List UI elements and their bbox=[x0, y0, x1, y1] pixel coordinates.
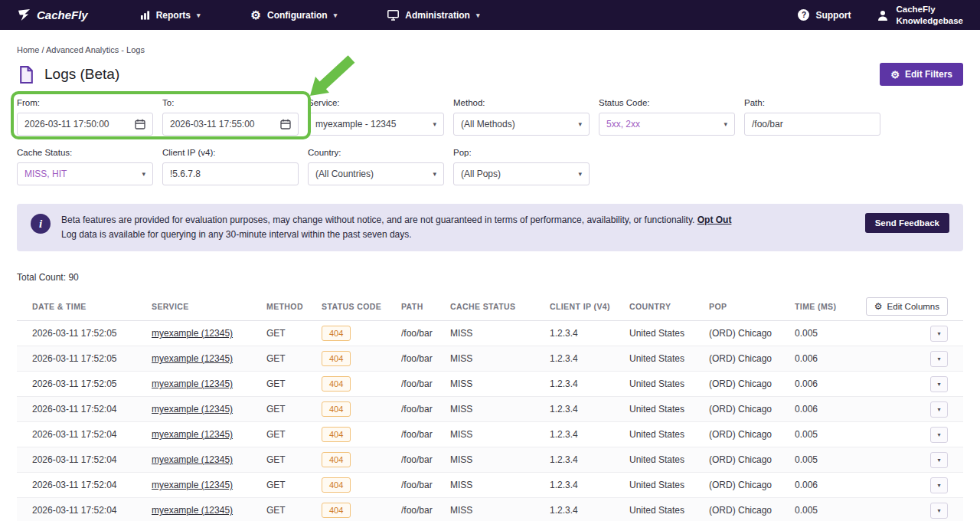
chevron-down-icon: ▾ bbox=[724, 120, 727, 128]
service-link[interactable]: myexample (12345) bbox=[152, 505, 233, 516]
service-link[interactable]: myexample (12345) bbox=[152, 378, 233, 389]
column-header-datetime: DATE & TIME bbox=[32, 302, 152, 311]
cell-client-ip: 1.2.3.4 bbox=[550, 505, 629, 516]
row-expand-button[interactable]: ▾ bbox=[930, 452, 948, 468]
send-feedback-button[interactable]: Send Feedback bbox=[865, 213, 949, 233]
banner-line2: Log data is available for querying in an… bbox=[61, 228, 731, 242]
cell-status-code: 404 bbox=[322, 351, 401, 366]
cell-method: GET bbox=[266, 353, 322, 364]
cell-status-code: 404 bbox=[322, 452, 401, 467]
banner-line1: Beta features are provided for evaluatio… bbox=[61, 215, 694, 225]
cell-method: GET bbox=[266, 429, 322, 440]
status-badge: 404 bbox=[322, 452, 351, 467]
row-expand-button[interactable]: ▾ bbox=[930, 477, 948, 493]
service-select[interactable]: myexample - 12345 ▾ bbox=[308, 113, 444, 136]
opt-out-link[interactable]: Opt Out bbox=[697, 215, 732, 225]
column-header-cache-status: CACHE STATUS bbox=[450, 302, 550, 311]
cell-method: GET bbox=[266, 378, 322, 389]
row-expand-button[interactable]: ▾ bbox=[930, 503, 948, 519]
filter-to-label: To: bbox=[162, 98, 299, 107]
cell-time-ms: 0.005 bbox=[795, 328, 864, 339]
status-code-select[interactable]: 5xx, 2xx ▾ bbox=[599, 113, 735, 136]
filter-cache-status: Cache Status: MISS, HIT ▾ bbox=[17, 148, 153, 185]
cell-cache-status: MISS bbox=[450, 378, 550, 389]
edit-columns-button[interactable]: ⚙ Edit Columns bbox=[866, 297, 948, 316]
cell-method: GET bbox=[266, 505, 322, 516]
row-expand-button[interactable]: ▾ bbox=[930, 326, 948, 342]
service-link[interactable]: myexample (12345) bbox=[152, 353, 233, 364]
service-link[interactable]: myexample (12345) bbox=[152, 454, 233, 465]
cell-pop: (ORD) Chicago bbox=[709, 454, 795, 465]
knowledgebase-link[interactable]: CacheFly Knowledgebase bbox=[877, 4, 963, 27]
cell-datetime: 2026-03-11 17:52:04 bbox=[32, 454, 152, 465]
table-row: 2026-03-11 17:52:04myexample (12345)GET4… bbox=[17, 422, 963, 447]
cell-client-ip: 1.2.3.4 bbox=[550, 429, 629, 440]
service-link[interactable]: myexample (12345) bbox=[152, 429, 233, 440]
chevron-down-icon: ▾ bbox=[578, 170, 582, 178]
filter-pop-label: Pop: bbox=[453, 148, 590, 157]
cell-actions: ▾ bbox=[930, 503, 948, 519]
column-header-country: COUNTRY bbox=[629, 302, 709, 311]
breadcrumb-current: Advanced Analytics - Logs bbox=[46, 45, 145, 54]
client-ip-input[interactable]: !5.6.7.8 bbox=[162, 162, 299, 185]
cell-actions: ▾ bbox=[930, 452, 948, 468]
total-count-value: 90 bbox=[68, 272, 78, 283]
to-date-input[interactable]: 2026-03-11 17:55:00 bbox=[162, 113, 299, 136]
breadcrumb-home[interactable]: Home bbox=[17, 45, 39, 54]
service-link[interactable]: myexample (12345) bbox=[152, 480, 233, 490]
page-title: Logs (Beta) bbox=[44, 66, 119, 83]
service-link[interactable]: myexample (12345) bbox=[152, 404, 233, 415]
filter-service-label: Service: bbox=[308, 98, 444, 107]
cell-cache-status: MISS bbox=[450, 429, 550, 440]
cell-cache-status: MISS bbox=[450, 328, 550, 339]
pop-select-value: (All Pops) bbox=[461, 169, 501, 179]
top-navbar: CacheFly Reports ▾ ⚙ Configuration ▾ Adm… bbox=[0, 0, 980, 30]
table-row: 2026-03-11 17:52:04myexample (12345)GET4… bbox=[17, 498, 963, 521]
gear-icon: ⚙ bbox=[874, 302, 883, 311]
nav-menu-label: Administration bbox=[405, 10, 470, 21]
filters-row-2: Cache Status: MISS, HIT ▾ Client IP (v4)… bbox=[0, 136, 980, 185]
service-link[interactable]: myexample (12345) bbox=[152, 328, 233, 339]
method-select[interactable]: (All Methods) ▾ bbox=[453, 113, 590, 136]
country-select[interactable]: (All Countries) ▾ bbox=[308, 162, 444, 185]
row-expand-button[interactable]: ▾ bbox=[930, 351, 948, 367]
cell-client-ip: 1.2.3.4 bbox=[550, 378, 629, 389]
cell-actions: ▾ bbox=[930, 401, 948, 418]
cell-pop: (ORD) Chicago bbox=[709, 404, 795, 415]
breadcrumb: Home / Advanced Analytics - Logs bbox=[0, 30, 980, 54]
table-row: 2026-03-11 17:52:05myexample (12345)GET4… bbox=[17, 372, 963, 397]
column-header-service: SERVICE bbox=[152, 302, 266, 311]
pop-select[interactable]: (All Pops) ▾ bbox=[453, 162, 590, 185]
calendar-icon bbox=[135, 119, 145, 129]
row-expand-button[interactable]: ▾ bbox=[930, 376, 948, 392]
nav-menu-administration[interactable]: Administration ▾ bbox=[387, 10, 479, 21]
cell-service: myexample (12345) bbox=[152, 505, 266, 516]
row-expand-button[interactable]: ▾ bbox=[930, 427, 948, 443]
support-link[interactable]: ? Support bbox=[798, 9, 851, 21]
cell-service: myexample (12345) bbox=[152, 353, 266, 364]
edit-filters-label: Edit Filters bbox=[905, 69, 952, 80]
status-badge: 404 bbox=[322, 326, 351, 341]
filter-pop: Pop: (All Pops) ▾ bbox=[453, 148, 590, 185]
cell-country: United States bbox=[629, 429, 709, 440]
filter-method: Method: (All Methods) ▾ bbox=[453, 98, 590, 136]
client-ip-input-value: !5.6.7.8 bbox=[170, 169, 201, 179]
nav-menu-reports[interactable]: Reports ▾ bbox=[140, 10, 201, 21]
filter-method-label: Method: bbox=[453, 98, 590, 107]
cachefly-logo[interactable]: CacheFly bbox=[17, 8, 88, 21]
brand-name: CacheFly bbox=[37, 8, 88, 21]
cache-status-select[interactable]: MISS, HIT ▾ bbox=[17, 162, 153, 185]
filter-path: Path: /foo/bar bbox=[744, 98, 880, 136]
nav-menu-configuration[interactable]: ⚙ Configuration ▾ bbox=[251, 9, 338, 21]
cell-datetime: 2026-03-11 17:52:04 bbox=[32, 429, 152, 440]
cell-service: myexample (12345) bbox=[152, 480, 266, 490]
cell-country: United States bbox=[629, 404, 709, 415]
edit-filters-button[interactable]: ⚙ Edit Filters bbox=[880, 63, 963, 86]
path-input[interactable]: /foo/bar bbox=[744, 113, 880, 136]
from-date-input[interactable]: 2026-03-11 17:50:00 bbox=[17, 113, 153, 136]
bar-chart-icon bbox=[140, 11, 150, 20]
row-expand-button[interactable]: ▾ bbox=[930, 401, 948, 418]
cell-client-ip: 1.2.3.4 bbox=[550, 480, 629, 490]
table-header: DATE & TIME SERVICE METHOD STATUS CODE P… bbox=[17, 292, 963, 321]
service-select-value: myexample - 12345 bbox=[315, 119, 396, 129]
